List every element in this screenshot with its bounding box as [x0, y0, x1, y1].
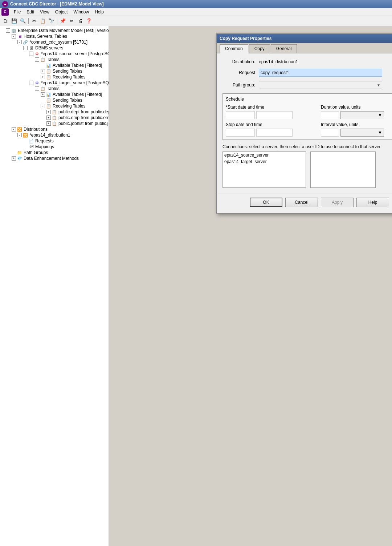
menu-help[interactable]: Help	[92, 9, 107, 15]
tab-common[interactable]: Common	[220, 44, 248, 53]
expander-dept[interactable]: +	[46, 110, 51, 114]
tree-item-target-avail[interactable]: + 📊 Available Tables [Filtered]	[0, 92, 109, 97]
tree-item-mappings[interactable]: 🗺 Mappings	[0, 144, 109, 150]
icon-jobhist: 📋	[52, 121, 57, 126]
expander-dem[interactable]: +	[12, 156, 16, 161]
expander-edm[interactable]: -	[6, 28, 10, 33]
expander-source-tables[interactable]: -	[35, 57, 39, 62]
start-time-input[interactable]	[256, 111, 293, 119]
start-date-input[interactable]	[226, 111, 255, 119]
expander-emp[interactable]: +	[46, 116, 51, 120]
toolbar-new[interactable]: 🗋	[1, 17, 9, 25]
tree-item-source-server[interactable]: - ⚙ *epas14_source_server [PostgreSQL]	[0, 51, 109, 57]
expander-source-sending[interactable]: +	[41, 69, 45, 73]
tab-copy[interactable]: Copy	[249, 44, 270, 53]
duration-units-dropdown[interactable]: ▼	[340, 111, 384, 119]
request-input[interactable]	[259, 69, 382, 77]
tree-item-jobhist[interactable]: + 📋 public.jobhist from public.jobhist a…	[0, 121, 109, 126]
menu-object[interactable]: Object	[52, 9, 71, 15]
tree-item-hosts[interactable]: - 🖥 Hosts, Servers, Tables	[0, 33, 109, 39]
expander-dbms[interactable]: -	[23, 46, 28, 50]
app-icon: ●	[2, 1, 8, 7]
schedule-section: Schedule *Start date and time	[222, 93, 392, 140]
tree-item-requests[interactable]: 📄 Requests	[0, 138, 109, 144]
expander-source-receiving[interactable]: +	[41, 75, 45, 79]
tree-item-cdc[interactable]: - 🔗 *connect_cdc_system [51701]	[0, 39, 109, 45]
schedule-title: Schedule	[226, 97, 392, 102]
expander-hosts[interactable]: -	[12, 34, 16, 39]
modal-overlay: Copy Request Properties ✕ Common Copy Ge…	[109, 26, 392, 546]
toolbar-cut[interactable]: ✂	[30, 17, 38, 25]
toolbar-print[interactable]: 🖨	[76, 17, 84, 25]
duration-value-input[interactable]	[321, 111, 339, 119]
dialog-footer: OK Cancel Apply Help	[217, 194, 392, 213]
icon-source-sending: 📋	[46, 69, 52, 74]
tree-item-target-sending[interactable]: 📋 Sending Tables	[0, 97, 109, 103]
menu-edit[interactable]: Edit	[24, 9, 37, 15]
icon-source-tables: 📋	[40, 57, 46, 62]
tree-item-target-tables[interactable]: - 📋 Tables	[0, 86, 109, 92]
ok-button[interactable]: OK	[250, 198, 282, 207]
expander-dist1[interactable]: -	[17, 133, 22, 137]
menu-window[interactable]: Window	[71, 9, 92, 15]
connections-userid-list[interactable]	[310, 151, 376, 188]
request-label: Request	[222, 70, 255, 75]
help-button[interactable]: Help	[356, 198, 389, 207]
tree-item-dept[interactable]: + 📋 public.dept from public.dept at epas…	[0, 109, 109, 115]
toolbar-help[interactable]: ❓	[85, 17, 93, 25]
icon-dem: 💎	[17, 156, 23, 161]
cancel-button[interactable]: Cancel	[285, 198, 318, 207]
tree-item-source-receiving[interactable]: + 📋 Receiving Tables	[0, 74, 109, 80]
expander-jobhist[interactable]: +	[46, 121, 51, 126]
tree-item-target-server[interactable]: - ⚙ *epas14_target_server [PostgreSQL]	[0, 80, 109, 86]
toolbar-copy[interactable]: 📋	[39, 17, 47, 25]
tab-general[interactable]: General	[271, 44, 297, 53]
apply-button[interactable]: Apply	[321, 198, 354, 207]
tree-item-source-avail[interactable]: 📊 Available Tables [Filtered]	[0, 62, 109, 68]
tree-item-pathgroups[interactable]: 📁 Path Groups	[0, 150, 109, 155]
interval-value-input[interactable]	[321, 129, 339, 137]
tree-item-dist1[interactable]: - 🔀 *epas14_distrbution1	[0, 132, 109, 138]
tree-item-emp[interactable]: + 📋 public.emp from public.emp at epas14…	[0, 115, 109, 121]
expander-target-avail[interactable]: +	[41, 92, 45, 97]
toolbar-sep1	[28, 18, 29, 24]
expander-target-server[interactable]: -	[29, 81, 33, 85]
icon-source-avail: 📊	[46, 63, 52, 68]
label-jobhist: public.jobhist from public.jobhist at ep…	[58, 121, 109, 126]
expander-target-receiving[interactable]: -	[41, 104, 45, 108]
tree-item-source-sending[interactable]: + 📋 Sending Tables	[0, 68, 109, 74]
interval-col: Interval value, units ▼	[321, 122, 392, 137]
tree-item-source-tables[interactable]: - 📋 Tables	[0, 57, 109, 62]
stop-date-input[interactable]	[226, 129, 255, 137]
connections-grid: epas14_source_server epas14_target_serve…	[222, 151, 392, 188]
tree-item-edm[interactable]: - 🏢 Enterprise Data Movement Model [Test…	[0, 28, 109, 33]
tree-item-dem[interactable]: + 💎 Data Enhancement Methods	[0, 155, 109, 161]
interval-units-dropdown[interactable]: ▼	[340, 129, 384, 137]
pathgroup-dropdown[interactable]: ▼	[259, 81, 382, 89]
toolbar-search[interactable]: 🔍	[19, 17, 27, 25]
tree-item-target-receiving[interactable]: - 📋 Receiving Tables	[0, 103, 109, 109]
expander-source-server[interactable]: -	[29, 52, 33, 56]
distribution-row: Distribution: epas14_distrbution1	[222, 59, 392, 64]
tree-item-dbms[interactable]: - 🗄 DBMS servers	[0, 45, 109, 51]
label-cdc: *connect_cdc_system [51701]	[29, 40, 87, 45]
interval-units-arrow: ▼	[378, 130, 382, 135]
toolbar-edit[interactable]: ✏	[68, 17, 75, 25]
expander-target-tables[interactable]: -	[35, 86, 39, 91]
icon-edm: 🏢	[11, 28, 17, 33]
menu-file[interactable]: File	[11, 9, 24, 15]
app-logo: C	[1, 8, 9, 16]
menu-view[interactable]: View	[37, 9, 52, 15]
stop-time-input[interactable]	[256, 129, 293, 137]
tree-item-distributions[interactable]: - 🔀 Distributions	[0, 126, 109, 132]
conn-server1-item[interactable]: epas14_source_server	[223, 152, 306, 158]
conn-server2-item[interactable]: epas14_target_server	[223, 158, 306, 165]
toolbar-save[interactable]: 💾	[10, 17, 18, 25]
expander-distributions[interactable]: -	[12, 127, 16, 132]
toolbar-pin[interactable]: 📌	[59, 17, 67, 25]
connections-server-list[interactable]: epas14_source_server epas14_target_serve…	[222, 151, 306, 188]
tabs-bar: Common Copy General	[217, 43, 392, 53]
toolbar-telescope[interactable]: 🔭	[48, 17, 56, 25]
icon-emp: 📋	[52, 115, 57, 120]
expander-cdc[interactable]: -	[17, 40, 22, 44]
